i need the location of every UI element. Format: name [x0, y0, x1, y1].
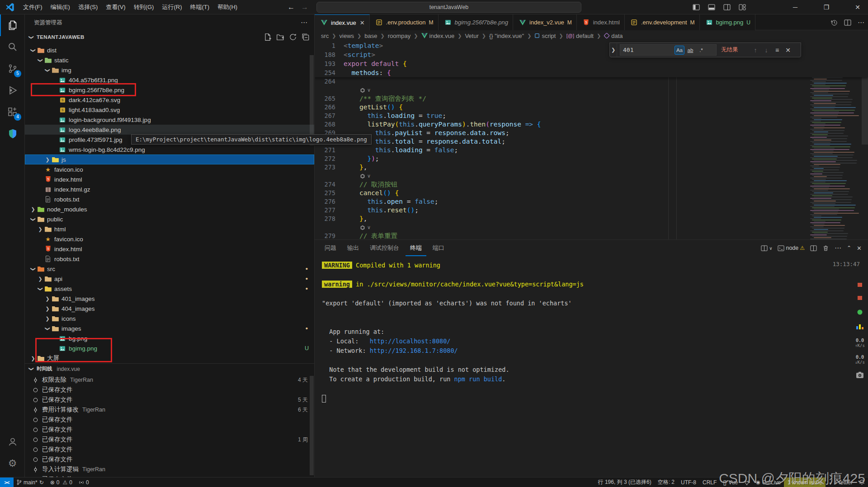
breadcrumb-item-Vetur[interactable]: Vetur [465, 33, 478, 39]
line-number[interactable]: 193 [315, 59, 337, 68]
line-number[interactable]: 265 [315, 94, 337, 103]
line-number[interactable]: 268 [315, 120, 337, 129]
timeline-item[interactable]: 已保存文件 [25, 445, 314, 454]
tree-item-light.4183aad0.svg[interactable]: Slight.4183aad0.svg [25, 105, 314, 115]
line-number[interactable]: 254 [315, 68, 337, 77]
terminal-link[interactable]: http://192.168.1.7:8080/ [370, 347, 458, 354]
notifications-bell[interactable] [856, 478, 868, 487]
encoding-status[interactable]: UTF-8 [678, 478, 699, 487]
panel-tab-端口[interactable]: 端口 [428, 240, 449, 256]
panel-tab-输出[interactable]: 输出 [343, 240, 363, 256]
git-branch-status[interactable]: main* ↻ [14, 478, 47, 487]
tree-item-html[interactable]: ❯html [25, 224, 314, 234]
timeline-item[interactable]: 导入计算逻辑TigerRan [25, 464, 314, 474]
new-folder-icon[interactable] [276, 33, 284, 41]
activity-account-icon[interactable] [0, 431, 25, 453]
breadcrumb-item-index.vue[interactable]: {} "index.vue" [489, 33, 524, 39]
activity-explorer-icon[interactable] [0, 14, 25, 36]
timeline-item[interactable]: 已保存文件 [25, 454, 314, 464]
find-next-button[interactable]: ↓ [761, 47, 772, 54]
nav-forward-button[interactable]: → [301, 3, 308, 11]
tree-item-404_images[interactable]: ❯404_images [25, 304, 314, 314]
panel-more-actions-icon[interactable]: ⋯ [835, 244, 841, 252]
find-previous-button[interactable]: ↑ [750, 47, 761, 54]
window-minimize-button[interactable]: ─ [785, 0, 806, 14]
problems-status[interactable]: ⊗0 ⚠0 [47, 478, 75, 487]
terminal-tab-node[interactable]: node ⚠ [778, 245, 805, 252]
timeline-scrollbar[interactable] [310, 376, 314, 475]
timeline-item[interactable]: 已保存文件1 周 [25, 435, 314, 445]
cursor-position-status[interactable]: 行 196, 列 3 (已选择6) [595, 478, 655, 487]
tree-item-node_modules[interactable]: ❯node_modules [25, 204, 314, 214]
line-number[interactable]: 278 [315, 215, 337, 223]
tree-item-bgimg.256f7b8e.png[interactable]: bgimg.256f7b8e.png [25, 85, 314, 95]
whole-word-button[interactable]: ab [685, 46, 695, 55]
kill-terminal-icon[interactable] [822, 245, 829, 252]
timeline-item[interactable]: 已保存文件 [25, 415, 314, 425]
regex-button[interactable]: .* [696, 46, 706, 55]
panel-tab-问题[interactable]: 问题 [320, 240, 341, 256]
nav-back-button[interactable]: ← [288, 3, 295, 11]
tree-item-public[interactable]: ❯public [25, 214, 314, 224]
window-restore-button[interactable]: ❐ [816, 0, 837, 14]
breadcrumb-item-data[interactable]: data [604, 33, 623, 39]
tab-bgimg.256f7b8e.png[interactable]: bgimg.256f7b8e.png [439, 14, 514, 30]
timeline-item[interactable]: 权限去除TigerRan4 天 [25, 375, 314, 385]
tab-.env.production[interactable]: .env.productionM [370, 14, 439, 30]
tab-index.html[interactable]: 5index.html [577, 14, 625, 30]
tab-bgimg.png[interactable]: bgimg.pngU [700, 14, 755, 30]
find-close-button[interactable]: ✕ [783, 47, 793, 54]
menu-file[interactable]: 文件(F) [19, 4, 47, 10]
find-replace-toggle-icon[interactable]: ❯ [610, 43, 617, 57]
line-number[interactable]: 273 [315, 163, 337, 172]
tree-item-401_images[interactable]: ❯401_images [25, 294, 314, 304]
tree-item-大屏[interactable]: ❯大屏 [25, 353, 314, 363]
line-number[interactable]: 276 [315, 197, 337, 206]
timeline-item[interactable]: 已保存文件 [25, 425, 314, 435]
breadcrumb-item-views[interactable]: views [340, 33, 354, 39]
tab-close-icon[interactable]: ✕ [360, 19, 365, 26]
refresh-icon[interactable] [289, 33, 297, 41]
tree-item-bg.png[interactable]: bg.png [25, 333, 314, 343]
tree-item-robots.txt[interactable]: robots.txt [25, 194, 314, 204]
panel-close-icon[interactable]: ✕ [857, 245, 862, 252]
breadcrumb-item-script[interactable]: script [534, 33, 556, 39]
timeline-item[interactable]: 费用计算修改TigerRan6 天 [25, 405, 314, 415]
editor-more-actions-icon[interactable]: ⋯ [858, 19, 864, 27]
editor-scrollbar[interactable] [862, 68, 868, 145]
tree-item-dark.412ca67e.svg[interactable]: Sdark.412ca67e.svg [25, 95, 314, 105]
tree-item-src[interactable]: ❯src• [25, 264, 314, 274]
match-case-button[interactable]: Aa [675, 46, 684, 55]
line-number[interactable]: 1 [315, 41, 337, 50]
go-live-status[interactable]: ◉ Go Live [753, 478, 784, 487]
breadcrumb-item-src[interactable]: src [321, 33, 329, 39]
tree-item-index.html.gz[interactable]: index.html.gz [25, 184, 314, 194]
minimap[interactable] [810, 68, 861, 239]
menu-terminal[interactable]: 终端(T) [186, 4, 213, 10]
line-number[interactable]: 279 [315, 232, 337, 239]
vue-helper-lens-icon[interactable]: ∨ [360, 173, 371, 179]
code-editor[interactable]: 1<template>188<script>193export default … [315, 41, 868, 239]
known-issue-badge[interactable]: 1 known issue [784, 478, 826, 487]
terminal-output[interactable]: WARNING Compiled with 1 warningwarning i… [322, 261, 850, 403]
activity-source-control-icon[interactable]: 5 [0, 58, 25, 80]
vue-helper-lens-icon[interactable]: ∨ [360, 225, 371, 230]
customize-layout-icon[interactable] [739, 4, 746, 11]
activity-extensions-icon[interactable]: 4 [0, 101, 25, 123]
find-in-selection-button[interactable]: ≡ [772, 47, 783, 54]
tree-item-dist[interactable]: ❯dist [25, 45, 314, 55]
indent-status[interactable]: 空格: 2 [655, 478, 678, 487]
find-input[interactable] [620, 47, 675, 53]
panel-tab-终端[interactable]: 终端 [406, 240, 426, 256]
terminal-new-split-icon[interactable]: ∨ [761, 245, 772, 252]
menu-selection[interactable]: 选择(S) [74, 4, 102, 10]
menu-run[interactable]: 运行(R) [158, 4, 186, 10]
line-number[interactable]: 277 [315, 206, 337, 215]
line-number[interactable]: 275 [315, 189, 337, 197]
menu-edit[interactable]: 编辑(E) [47, 4, 74, 10]
camera-icon[interactable] [856, 371, 864, 379]
tree-item-logo.4eeb8a8e.png[interactable]: logo.4eeb8a8e.png [25, 125, 314, 135]
vetur-plug-status[interactable] [741, 478, 753, 487]
collapse-folders-icon[interactable] [302, 33, 310, 41]
new-file-icon[interactable] [264, 33, 272, 41]
